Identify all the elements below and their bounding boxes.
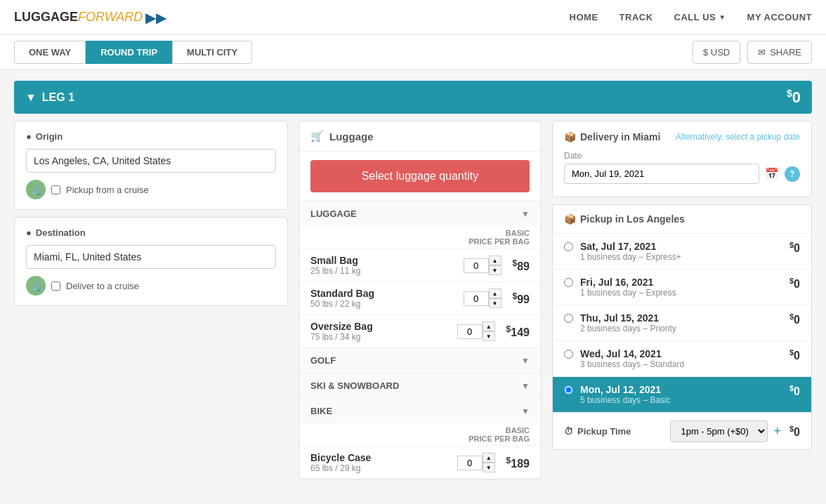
delivery-title: 📦 Delivery in Miami	[564, 131, 660, 142]
pickup-info-1: Fri, Jul 16, 2021 1 business day – Expre…	[580, 277, 789, 298]
origin-section: ● Origin ⚓ Pickup from a cruise	[14, 121, 288, 210]
multi-city-button[interactable]: MULTI CITY	[172, 41, 252, 64]
price-label-row: BASIC PRICE PER BAG	[299, 226, 541, 248]
select-luggage-button[interactable]: Select luggage quantity	[310, 160, 530, 192]
golf-category-toggle[interactable]: GOLF ▼	[299, 348, 541, 373]
date-label: Date	[564, 151, 800, 161]
ski-category-toggle[interactable]: SKI & SNOWBOARD ▼	[299, 373, 541, 398]
time-select[interactable]: 1pm - 5pm (+$0)	[670, 420, 768, 442]
round-trip-button[interactable]: ROUND TRIP	[86, 41, 172, 64]
luggage-item: Standard Bag 50 lbs / 22 kg ▲ ▼ $99	[299, 281, 541, 314]
pickup-option-3[interactable]: Wed, Jul 14, 2021 3 business days – Stan…	[553, 341, 811, 377]
qty-arrows: ▲ ▼	[483, 453, 495, 472]
luggage-item: Oversize Bag 75 lbs / 34 kg ▲ ▼ $149	[299, 314, 541, 347]
pickup-info-4: Mon, Jul 12, 2021 5 business days – Basi…	[580, 384, 789, 405]
chevron-down-icon: ▼	[521, 356, 530, 366]
luggage-category-golf: GOLF ▼	[299, 347, 541, 373]
pickup-price-4: $0	[789, 384, 800, 398]
pickup-option-0[interactable]: Sat, Jul 17, 2021 1 business day – Expre…	[553, 234, 811, 270]
luggage-category-toggle[interactable]: LUGGAGE ▼	[299, 201, 541, 226]
pickup-info-0: Sat, Jul 17, 2021 1 business day – Expre…	[580, 241, 789, 262]
left-column: ● Origin ⚓ Pickup from a cruise ● Destin…	[14, 121, 288, 479]
leg-title: ▼ LEG 1	[25, 91, 74, 104]
pickup-info-2: Thu, Jul 15, 2021 2 business days – Prio…	[580, 312, 789, 333]
delivery-header: 📦 Delivery in Miami Alternatively, selec…	[564, 131, 800, 142]
nav-track[interactable]: TRACK	[620, 12, 653, 22]
date-input[interactable]	[564, 164, 759, 184]
time-price-row: 1pm - 5pm (+$0) + $0	[670, 420, 800, 442]
main-content: ▼ LEG 1 $0 ● Origin ⚓ Pickup from a crui…	[0, 70, 826, 490]
middle-column: 🛒 Luggage Select luggage quantity LUGGAG…	[299, 121, 542, 479]
nav-home[interactable]: HOME	[570, 12, 598, 22]
pickup-radio-1[interactable]	[564, 278, 573, 287]
qty-up-button[interactable]: ▲	[489, 256, 501, 265]
qty-input[interactable]	[464, 258, 489, 273]
pickup-radio-3[interactable]	[564, 350, 573, 359]
pickup-option-1[interactable]: Fri, Jul 16, 2021 1 business day – Expre…	[553, 270, 811, 305]
origin-cruise-checkbox[interactable]	[51, 185, 60, 194]
nav-my-account[interactable]: MY ACCOUNT	[747, 12, 812, 22]
luggage-item: Small Bag 25 lbs / 11 kg ▲ ▼ $89	[299, 248, 541, 281]
qty-down-button[interactable]: ▼	[489, 298, 501, 308]
destination-input[interactable]	[26, 245, 276, 269]
origin-label: ● Origin	[26, 131, 276, 142]
pickup-time-section: ⏱ Pickup Time 1pm - 5pm (+$0) + $0	[553, 413, 811, 449]
qty-arrows: ▲ ▼	[483, 321, 495, 341]
pickup-option-4[interactable]: Mon, Jul 12, 2021 5 business days – Basi…	[553, 377, 811, 413]
qty-input[interactable]	[457, 456, 483, 470]
item-info: Bicycle Case 65 lbs / 29 kg	[310, 452, 457, 473]
chevron-down-icon: ▼	[25, 91, 37, 104]
origin-input[interactable]	[26, 149, 276, 173]
qty-input[interactable]	[457, 324, 483, 339]
calendar-icon[interactable]: 📅	[765, 167, 779, 180]
nav-call-us[interactable]: CALL US ▼	[674, 12, 726, 22]
pickup-price-1: $0	[789, 277, 800, 291]
qty-control: ▲ ▼	[464, 289, 501, 308]
bike-category-toggle[interactable]: BIKE ▼	[299, 399, 541, 423]
right-column: 📦 Delivery in Miami Alternatively, selec…	[552, 121, 812, 479]
trip-type-selector: ONE WAY ROUND TRIP MULTI CITY	[14, 41, 252, 64]
share-button[interactable]: ✉ SHARE	[747, 41, 812, 64]
destination-label: ● Destination	[26, 227, 276, 238]
qty-down-button[interactable]: ▼	[489, 265, 501, 275]
qty-up-button[interactable]: ▲	[483, 321, 495, 331]
logo-arrows-icon: ▶▶	[145, 9, 166, 26]
cruise-icon: ⚓	[26, 180, 46, 199]
trip-bar: ONE WAY ROUND TRIP MULTI CITY $ USD ✉ SH…	[0, 35, 826, 70]
qty-arrows: ▲ ▼	[489, 256, 501, 275]
one-way-button[interactable]: ONE WAY	[14, 41, 86, 64]
qty-input[interactable]	[464, 291, 489, 306]
qty-control: ▲ ▼	[457, 453, 495, 472]
help-icon[interactable]: ?	[785, 166, 800, 182]
destination-section: ● Destination ⚓ Deliver to a cruise	[14, 217, 288, 306]
logo: LUGGAGEFORWARD ▶▶	[14, 9, 166, 26]
destination-cruise-checkbox[interactable]	[51, 281, 60, 291]
luggage-item: Bicycle Case 65 lbs / 29 kg ▲ ▼ $189	[299, 446, 541, 479]
pickup-option-2[interactable]: Thu, Jul 15, 2021 2 business days – Prio…	[553, 305, 811, 341]
location-icon: ●	[26, 131, 32, 142]
qty-down-button[interactable]: ▼	[483, 331, 495, 341]
trip-actions: $ USD ✉ SHARE	[693, 41, 812, 64]
pickup-icon: 📦	[564, 213, 576, 225]
qty-up-button[interactable]: ▲	[483, 453, 495, 463]
qty-up-button[interactable]: ▲	[489, 289, 501, 298]
item-info: Small Bag 25 lbs / 11 kg	[310, 255, 464, 276]
pickup-price-2: $0	[789, 312, 800, 326]
bag-icon: 🛒	[310, 130, 324, 142]
pickup-radio-4[interactable]	[564, 385, 573, 394]
qty-down-button[interactable]: ▼	[483, 463, 495, 472]
pickup-price-0: $0	[789, 241, 800, 255]
currency-button[interactable]: $ USD	[693, 41, 740, 64]
chevron-down-icon: ▼	[521, 406, 530, 416]
alt-pickup-link[interactable]: Alternatively, select a pickup date	[676, 132, 800, 142]
qty-arrows: ▲ ▼	[489, 289, 501, 308]
luggage-section: 🛒 Luggage Select luggage quantity LUGGAG…	[299, 121, 542, 479]
date-row: 📅 ?	[564, 164, 800, 184]
item-info: Oversize Bag 75 lbs / 34 kg	[310, 321, 457, 342]
luggage-category-ski: SKI & SNOWBOARD ▼	[299, 373, 541, 398]
pickup-radio-2[interactable]	[564, 314, 573, 323]
location-icon: ●	[26, 227, 32, 238]
qty-control: ▲ ▼	[457, 321, 495, 341]
pickup-radio-0[interactable]	[564, 242, 573, 251]
plus-icon: +	[773, 424, 781, 439]
